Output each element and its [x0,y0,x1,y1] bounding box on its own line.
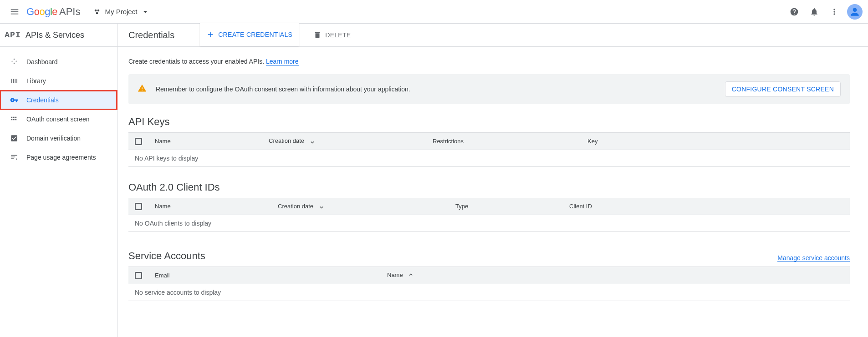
person-icon [849,6,861,18]
menu-icon [10,7,20,17]
delete-button[interactable]: DELETE [307,24,357,46]
layout: Dashboard Library Credentials OAuth cons… [0,47,868,337]
chevron-down-icon [141,7,150,16]
sidebar-item-credentials[interactable]: Credentials [0,91,117,110]
empty-state-text: No API keys to display [128,150,850,166]
apis-label: APIs [59,6,80,18]
col-key[interactable]: Key [581,133,850,150]
col-name[interactable]: Name [381,267,517,284]
section-title: APIs & Services [26,30,84,40]
configure-consent-button[interactable]: CONFIGURE CONSENT SCREEN [725,81,841,97]
project-selector[interactable]: My Project [88,5,154,19]
page-title: Credentials [128,30,174,40]
plus-icon [206,30,214,39]
help-button[interactable] [785,3,803,21]
section-title-cell: APIs & Services [26,24,117,46]
service-accounts-heading: Service Accounts [128,250,205,262]
oauth-clients-section: OAuth 2.0 Client IDs Name Creation date … [128,181,850,232]
select-all-checkbox[interactable] [135,203,142,210]
library-icon [10,77,18,85]
hamburger-menu-button[interactable] [5,3,24,21]
project-dots-icon [93,8,101,16]
svg-point-0 [95,9,97,11]
sidebar-item-page-usage[interactable]: Page usage agreements [0,148,117,167]
service-accounts-section: Service Accounts Manage service accounts… [128,246,850,301]
sidebar-item-label: Domain verification [26,135,81,142]
col-email[interactable]: Email [148,267,381,284]
sidebar-item-label: Page usage agreements [26,154,96,161]
oauth-clients-table: Name Creation date Type Client ID No OAu… [128,198,850,232]
select-all-checkbox[interactable] [135,138,142,145]
create-credentials-button[interactable]: CREATE CREDENTIALS [200,23,299,46]
sidebar-item-label: Credentials [26,96,59,104]
table-row: No OAuth clients to display [128,215,850,232]
sidebar: Dashboard Library Credentials OAuth cons… [0,47,117,337]
arrow-down-icon [309,138,316,145]
secondary-header: API APIs & Services Credentials CREATE C… [0,24,868,47]
empty-state-text: No OAuth clients to display [128,215,850,232]
sidebar-item-label: Dashboard [26,58,58,65]
api-keys-heading: API Keys [128,116,850,128]
more-menu-button[interactable] [825,3,843,21]
table-row: No API keys to display [128,150,850,166]
create-credentials-label: CREATE CREDENTIALS [218,31,292,38]
check-box-icon [10,134,18,142]
settings-list-icon [10,153,18,161]
sidebar-item-library[interactable]: Library [0,71,117,91]
trash-icon [313,31,322,39]
intro-text-body: Create credentials to access your enable… [128,58,266,65]
empty-state-text: No service accounts to display [128,284,850,301]
learn-more-link[interactable]: Learn more [266,58,299,65]
project-name: My Project [105,8,137,15]
arrow-up-icon [407,272,414,279]
api-badge-cell: API [0,24,26,46]
api-keys-table: Name Creation date Restrictions Key No A… [128,132,850,167]
api-badge: API [5,30,20,40]
sidebar-item-dashboard[interactable]: Dashboard [0,52,117,71]
col-creation-date[interactable]: Creation date [271,198,449,215]
top-bar: Google APIs My Project [0,0,868,24]
manage-service-accounts-link[interactable]: Manage service accounts [777,254,850,262]
alert-text: Remember to configure the OAuth consent … [156,86,716,93]
sidebar-item-label: Library [26,77,46,85]
more-vert-icon [830,7,839,16]
svg-point-1 [97,9,100,11]
sidebar-item-oauth-consent[interactable]: OAuth consent screen [0,110,117,129]
col-name[interactable]: Name [148,133,262,150]
intro-text: Create credentials to access your enable… [128,58,850,65]
col-type[interactable]: Type [449,198,563,215]
sidebar-item-domain-verification[interactable]: Domain verification [0,129,117,148]
dashboard-icon [10,58,18,66]
oauth-clients-heading: OAuth 2.0 Client IDs [128,181,850,193]
col-client-id[interactable]: Client ID [563,198,850,215]
help-icon [790,7,799,16]
consent-alert: Remember to configure the OAuth consent … [128,74,850,104]
service-accounts-table: Email Name No service accounts to displa… [128,267,850,301]
col-restrictions[interactable]: Restrictions [426,133,581,150]
page-header: Credentials CREATE CREDENTIALS DELETE [117,24,868,46]
account-avatar[interactable] [847,4,863,20]
warning-icon [138,84,147,95]
delete-label: DELETE [325,31,351,39]
col-name[interactable]: Name [148,198,271,215]
api-keys-section: API Keys Name Creation date Restrictions… [128,116,850,167]
key-icon [10,96,18,104]
google-logo: Google [26,6,57,18]
notifications-button[interactable] [805,3,823,21]
content: Create credentials to access your enable… [117,47,868,337]
sidebar-item-label: OAuth consent screen [26,116,90,123]
select-all-checkbox[interactable] [135,272,142,279]
arrow-down-icon [318,203,325,210]
svg-point-2 [96,12,98,14]
col-creation-date[interactable]: Creation date [262,133,426,150]
consent-screen-icon [10,115,18,123]
table-row: No service accounts to display [128,284,850,301]
logo[interactable]: Google APIs [26,6,80,18]
bell-icon [810,7,819,16]
